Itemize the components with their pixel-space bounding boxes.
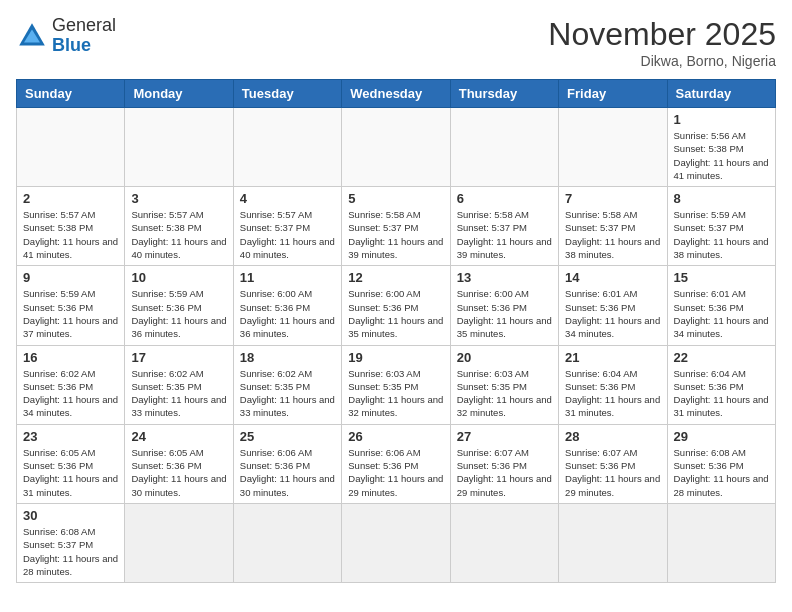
day-info: Sunrise: 5:58 AM Sunset: 5:37 PM Dayligh… [457,208,552,261]
day-number: 30 [23,508,118,523]
day-info: Sunrise: 5:57 AM Sunset: 5:37 PM Dayligh… [240,208,335,261]
weekday-header: Sunday [17,80,125,108]
day-info: Sunrise: 6:06 AM Sunset: 5:36 PM Dayligh… [240,446,335,499]
day-number: 2 [23,191,118,206]
calendar-cell: 2Sunrise: 5:57 AM Sunset: 5:38 PM Daylig… [17,187,125,266]
day-number: 25 [240,429,335,444]
calendar-table: SundayMondayTuesdayWednesdayThursdayFrid… [16,79,776,583]
day-number: 28 [565,429,660,444]
day-number: 21 [565,350,660,365]
weekday-header: Thursday [450,80,558,108]
calendar-cell [17,108,125,187]
day-number: 16 [23,350,118,365]
calendar-cell: 15Sunrise: 6:01 AM Sunset: 5:36 PM Dayli… [667,266,775,345]
day-number: 4 [240,191,335,206]
calendar-cell [233,108,341,187]
calendar-cell: 27Sunrise: 6:07 AM Sunset: 5:36 PM Dayli… [450,424,558,503]
calendar-cell: 17Sunrise: 6:02 AM Sunset: 5:35 PM Dayli… [125,345,233,424]
calendar-cell: 18Sunrise: 6:02 AM Sunset: 5:35 PM Dayli… [233,345,341,424]
day-number: 22 [674,350,769,365]
calendar-cell [342,108,450,187]
day-number: 27 [457,429,552,444]
day-info: Sunrise: 6:07 AM Sunset: 5:36 PM Dayligh… [457,446,552,499]
day-number: 7 [565,191,660,206]
day-info: Sunrise: 6:00 AM Sunset: 5:36 PM Dayligh… [240,287,335,340]
day-number: 5 [348,191,443,206]
day-info: Sunrise: 6:03 AM Sunset: 5:35 PM Dayligh… [348,367,443,420]
day-info: Sunrise: 5:56 AM Sunset: 5:38 PM Dayligh… [674,129,769,182]
day-info: Sunrise: 6:04 AM Sunset: 5:36 PM Dayligh… [674,367,769,420]
day-info: Sunrise: 5:57 AM Sunset: 5:38 PM Dayligh… [131,208,226,261]
calendar-cell: 23Sunrise: 6:05 AM Sunset: 5:36 PM Dayli… [17,424,125,503]
calendar-cell [559,503,667,582]
calendar-cell: 26Sunrise: 6:06 AM Sunset: 5:36 PM Dayli… [342,424,450,503]
day-number: 10 [131,270,226,285]
weekday-header: Friday [559,80,667,108]
day-info: Sunrise: 6:03 AM Sunset: 5:35 PM Dayligh… [457,367,552,420]
day-number: 18 [240,350,335,365]
logo-blue: Blue [52,36,116,56]
day-number: 12 [348,270,443,285]
day-info: Sunrise: 6:00 AM Sunset: 5:36 PM Dayligh… [457,287,552,340]
day-info: Sunrise: 5:58 AM Sunset: 5:37 PM Dayligh… [348,208,443,261]
calendar-cell: 14Sunrise: 6:01 AM Sunset: 5:36 PM Dayli… [559,266,667,345]
day-info: Sunrise: 5:59 AM Sunset: 5:36 PM Dayligh… [131,287,226,340]
day-number: 29 [674,429,769,444]
calendar-cell: 30Sunrise: 6:08 AM Sunset: 5:37 PM Dayli… [17,503,125,582]
logo: General Blue [16,16,116,56]
day-number: 8 [674,191,769,206]
day-number: 1 [674,112,769,127]
calendar-cell: 7Sunrise: 5:58 AM Sunset: 5:37 PM Daylig… [559,187,667,266]
day-number: 15 [674,270,769,285]
calendar-cell: 6Sunrise: 5:58 AM Sunset: 5:37 PM Daylig… [450,187,558,266]
calendar-cell [342,503,450,582]
day-number: 6 [457,191,552,206]
day-number: 19 [348,350,443,365]
logo-general: General [52,16,116,36]
calendar-cell: 21Sunrise: 6:04 AM Sunset: 5:36 PM Dayli… [559,345,667,424]
calendar-week-row: 16Sunrise: 6:02 AM Sunset: 5:36 PM Dayli… [17,345,776,424]
weekday-header: Monday [125,80,233,108]
calendar-cell [125,108,233,187]
header: General Blue November 2025 Dikwa, Borno,… [16,16,776,69]
calendar-cell: 22Sunrise: 6:04 AM Sunset: 5:36 PM Dayli… [667,345,775,424]
calendar-cell: 25Sunrise: 6:06 AM Sunset: 5:36 PM Dayli… [233,424,341,503]
day-info: Sunrise: 5:59 AM Sunset: 5:37 PM Dayligh… [674,208,769,261]
calendar-cell: 10Sunrise: 5:59 AM Sunset: 5:36 PM Dayli… [125,266,233,345]
calendar-cell [125,503,233,582]
day-info: Sunrise: 6:04 AM Sunset: 5:36 PM Dayligh… [565,367,660,420]
calendar-cell: 3Sunrise: 5:57 AM Sunset: 5:38 PM Daylig… [125,187,233,266]
generalblue-icon [16,20,48,52]
calendar-week-row: 23Sunrise: 6:05 AM Sunset: 5:36 PM Dayli… [17,424,776,503]
day-info: Sunrise: 6:07 AM Sunset: 5:36 PM Dayligh… [565,446,660,499]
day-info: Sunrise: 6:00 AM Sunset: 5:36 PM Dayligh… [348,287,443,340]
title-area: November 2025 Dikwa, Borno, Nigeria [548,16,776,69]
calendar-week-row: 2Sunrise: 5:57 AM Sunset: 5:38 PM Daylig… [17,187,776,266]
calendar-cell [450,108,558,187]
day-info: Sunrise: 6:05 AM Sunset: 5:36 PM Dayligh… [131,446,226,499]
calendar-cell: 16Sunrise: 6:02 AM Sunset: 5:36 PM Dayli… [17,345,125,424]
calendar-cell [667,503,775,582]
calendar-cell: 4Sunrise: 5:57 AM Sunset: 5:37 PM Daylig… [233,187,341,266]
day-info: Sunrise: 6:06 AM Sunset: 5:36 PM Dayligh… [348,446,443,499]
calendar-cell: 29Sunrise: 6:08 AM Sunset: 5:36 PM Dayli… [667,424,775,503]
day-number: 20 [457,350,552,365]
day-info: Sunrise: 5:58 AM Sunset: 5:37 PM Dayligh… [565,208,660,261]
day-number: 9 [23,270,118,285]
day-number: 14 [565,270,660,285]
day-number: 26 [348,429,443,444]
day-info: Sunrise: 6:01 AM Sunset: 5:36 PM Dayligh… [674,287,769,340]
day-number: 11 [240,270,335,285]
calendar-cell: 24Sunrise: 6:05 AM Sunset: 5:36 PM Dayli… [125,424,233,503]
day-number: 23 [23,429,118,444]
calendar-cell [559,108,667,187]
calendar-cell: 13Sunrise: 6:00 AM Sunset: 5:36 PM Dayli… [450,266,558,345]
day-info: Sunrise: 6:08 AM Sunset: 5:37 PM Dayligh… [23,525,118,578]
calendar-cell: 9Sunrise: 5:59 AM Sunset: 5:36 PM Daylig… [17,266,125,345]
weekday-header-row: SundayMondayTuesdayWednesdayThursdayFrid… [17,80,776,108]
day-number: 24 [131,429,226,444]
calendar-week-row: 1Sunrise: 5:56 AM Sunset: 5:38 PM Daylig… [17,108,776,187]
calendar-cell: 5Sunrise: 5:58 AM Sunset: 5:37 PM Daylig… [342,187,450,266]
calendar-cell: 11Sunrise: 6:00 AM Sunset: 5:36 PM Dayli… [233,266,341,345]
day-number: 17 [131,350,226,365]
